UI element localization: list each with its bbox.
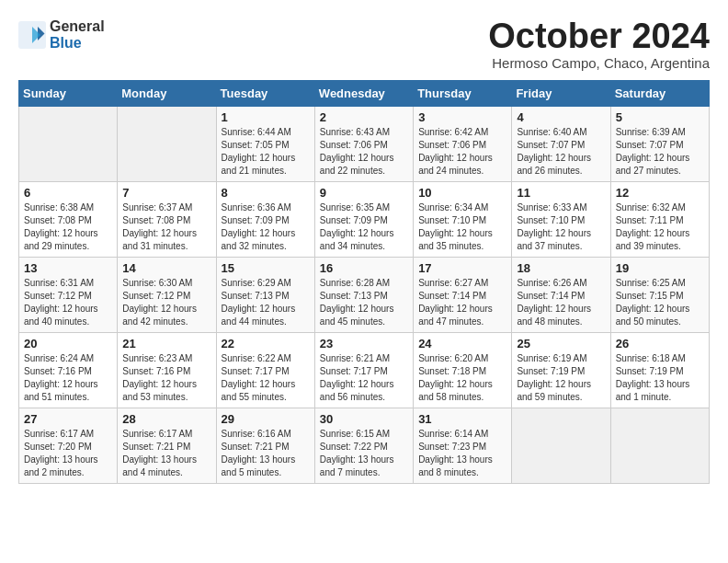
cell-info: Sunrise: 6:25 AMSunset: 7:15 PMDaylight:… [616,277,704,328]
day-number: 21 [122,337,210,350]
calendar-cell: 9Sunrise: 6:35 AMSunset: 7:09 PMDaylight… [314,182,413,258]
calendar-cell: 31Sunrise: 6:14 AMSunset: 7:23 PMDayligh… [414,408,512,484]
day-number: 14 [122,261,210,275]
calendar-cell: 3Sunrise: 6:42 AMSunset: 7:06 PMDaylight… [414,107,512,182]
cell-info: Sunrise: 6:16 AMSunset: 7:21 PMDaylight:… [222,428,310,479]
cell-info: Sunrise: 6:28 AMSunset: 7:13 PMDaylight:… [320,277,408,328]
calendar-cell [610,408,709,484]
cell-info: Sunrise: 6:29 AMSunset: 7:13 PMDaylight:… [222,277,310,328]
calendar-cell: 8Sunrise: 6:36 AMSunset: 7:09 PMDaylight… [216,182,314,258]
cell-info: Sunrise: 6:26 AMSunset: 7:14 PMDaylight:… [517,277,605,328]
cell-info: Sunrise: 6:36 AMSunset: 7:09 PMDaylight:… [222,201,310,253]
cell-info: Sunrise: 6:42 AMSunset: 7:06 PMDaylight:… [418,126,506,178]
calendar-cell: 6Sunrise: 6:38 AMSunset: 7:08 PMDaylight… [19,182,118,258]
cell-info: Sunrise: 6:22 AMSunset: 7:17 PMDaylight:… [222,352,310,404]
cell-info: Sunrise: 6:34 AMSunset: 7:10 PMDaylight:… [418,201,506,253]
day-number: 20 [24,337,112,350]
day-number: 27 [24,412,112,426]
page-header: General Blue October 2024 Hermoso Campo,… [18,18,710,71]
cell-info: Sunrise: 6:39 AMSunset: 7:07 PMDaylight:… [616,126,704,178]
day-number: 30 [320,412,408,426]
day-number: 26 [616,337,704,350]
day-number: 19 [616,261,704,275]
calendar-cell: 1Sunrise: 6:44 AMSunset: 7:05 PMDaylight… [216,107,314,182]
calendar-cell [118,107,216,182]
day-number: 17 [418,261,506,275]
weekday-header-row: SundayMondayTuesdayWednesdayThursdayFrid… [19,81,710,107]
calendar-cell: 18Sunrise: 6:26 AMSunset: 7:14 PMDayligh… [512,258,610,333]
day-number: 5 [616,110,704,124]
day-number: 25 [517,337,605,350]
cell-info: Sunrise: 6:15 AMSunset: 7:22 PMDaylight:… [320,428,408,479]
cell-info: Sunrise: 6:18 AMSunset: 7:19 PMDaylight:… [616,352,704,404]
calendar-cell: 11Sunrise: 6:33 AMSunset: 7:10 PMDayligh… [512,182,610,258]
cell-info: Sunrise: 6:19 AMSunset: 7:19 PMDaylight:… [517,352,605,404]
calendar-cell: 23Sunrise: 6:21 AMSunset: 7:17 PMDayligh… [314,333,413,408]
calendar-cell [512,408,610,484]
day-number: 6 [24,186,112,200]
day-number: 11 [517,186,605,200]
day-number: 31 [418,412,506,426]
day-number: 2 [320,110,408,124]
week-row-1: 1Sunrise: 6:44 AMSunset: 7:05 PMDaylight… [19,107,710,182]
cell-info: Sunrise: 6:17 AMSunset: 7:21 PMDaylight:… [122,428,210,479]
logo-general: General [50,18,105,35]
week-row-2: 6Sunrise: 6:38 AMSunset: 7:08 PMDaylight… [19,182,710,258]
day-number: 4 [517,110,605,124]
calendar-table: SundayMondayTuesdayWednesdayThursdayFrid… [18,80,710,484]
day-number: 1 [222,110,310,124]
day-number: 22 [222,337,310,350]
cell-info: Sunrise: 6:21 AMSunset: 7:17 PMDaylight:… [320,352,408,404]
day-number: 13 [24,261,112,275]
calendar-cell [19,107,118,182]
cell-info: Sunrise: 6:43 AMSunset: 7:06 PMDaylight:… [320,126,408,178]
calendar-cell: 26Sunrise: 6:18 AMSunset: 7:19 PMDayligh… [610,333,709,408]
day-number: 28 [122,412,210,426]
day-number: 15 [222,261,310,275]
day-number: 16 [320,261,408,275]
calendar-cell: 20Sunrise: 6:24 AMSunset: 7:16 PMDayligh… [19,333,118,408]
calendar-cell: 2Sunrise: 6:43 AMSunset: 7:06 PMDaylight… [314,107,413,182]
weekday-header-thursday: Thursday [414,81,512,107]
calendar-cell: 13Sunrise: 6:31 AMSunset: 7:12 PMDayligh… [19,258,118,333]
logo: General Blue [18,18,105,51]
logo-blue: Blue [50,35,105,52]
location-subtitle: Hermoso Campo, Chaco, Argentina [488,55,710,71]
day-number: 23 [320,337,408,350]
logo-icon [18,21,46,49]
calendar-cell: 4Sunrise: 6:40 AMSunset: 7:07 PMDaylight… [512,107,610,182]
calendar-cell: 14Sunrise: 6:30 AMSunset: 7:12 PMDayligh… [118,258,216,333]
cell-info: Sunrise: 6:37 AMSunset: 7:08 PMDaylight:… [122,201,210,253]
weekday-header-sunday: Sunday [19,81,118,107]
calendar-cell: 16Sunrise: 6:28 AMSunset: 7:13 PMDayligh… [314,258,413,333]
calendar-cell: 30Sunrise: 6:15 AMSunset: 7:22 PMDayligh… [314,408,413,484]
day-number: 24 [418,337,506,350]
cell-info: Sunrise: 6:31 AMSunset: 7:12 PMDaylight:… [24,277,112,328]
cell-info: Sunrise: 6:24 AMSunset: 7:16 PMDaylight:… [24,352,112,404]
calendar-cell: 17Sunrise: 6:27 AMSunset: 7:14 PMDayligh… [414,258,512,333]
calendar-cell: 22Sunrise: 6:22 AMSunset: 7:17 PMDayligh… [216,333,314,408]
cell-info: Sunrise: 6:32 AMSunset: 7:11 PMDaylight:… [616,201,704,253]
day-number: 12 [616,186,704,200]
weekday-header-monday: Monday [118,81,216,107]
day-number: 7 [122,186,210,200]
week-row-4: 20Sunrise: 6:24 AMSunset: 7:16 PMDayligh… [19,333,710,408]
week-row-5: 27Sunrise: 6:17 AMSunset: 7:20 PMDayligh… [19,408,710,484]
calendar-cell: 15Sunrise: 6:29 AMSunset: 7:13 PMDayligh… [216,258,314,333]
calendar-cell: 5Sunrise: 6:39 AMSunset: 7:07 PMDaylight… [610,107,709,182]
cell-info: Sunrise: 6:44 AMSunset: 7:05 PMDaylight:… [222,126,310,178]
day-number: 18 [517,261,605,275]
weekday-header-wednesday: Wednesday [314,81,413,107]
calendar-cell: 12Sunrise: 6:32 AMSunset: 7:11 PMDayligh… [610,182,709,258]
calendar-cell: 25Sunrise: 6:19 AMSunset: 7:19 PMDayligh… [512,333,610,408]
calendar-cell: 21Sunrise: 6:23 AMSunset: 7:16 PMDayligh… [118,333,216,408]
weekday-header-saturday: Saturday [610,81,709,107]
cell-info: Sunrise: 6:38 AMSunset: 7:08 PMDaylight:… [24,201,112,253]
calendar-cell: 29Sunrise: 6:16 AMSunset: 7:21 PMDayligh… [216,408,314,484]
calendar-cell: 19Sunrise: 6:25 AMSunset: 7:15 PMDayligh… [610,258,709,333]
logo-text: General Blue [50,18,105,51]
weekday-header-tuesday: Tuesday [216,81,314,107]
calendar-cell: 7Sunrise: 6:37 AMSunset: 7:08 PMDaylight… [118,182,216,258]
week-row-3: 13Sunrise: 6:31 AMSunset: 7:12 PMDayligh… [19,258,710,333]
cell-info: Sunrise: 6:40 AMSunset: 7:07 PMDaylight:… [517,126,605,178]
